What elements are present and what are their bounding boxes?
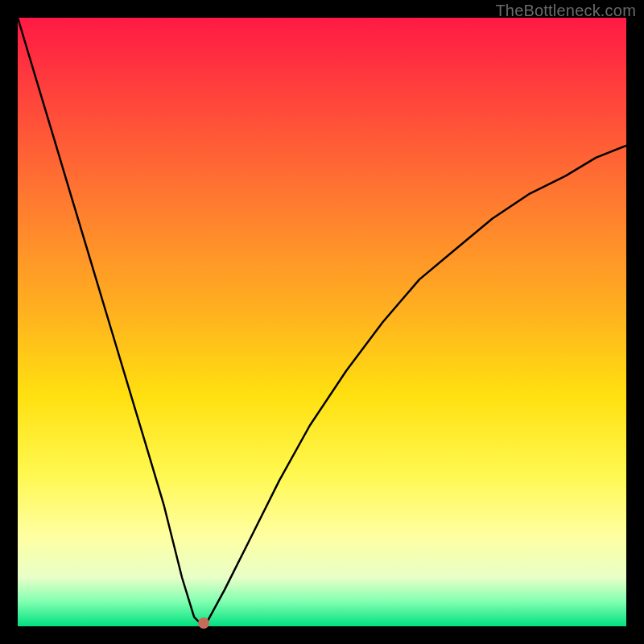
plot-area	[18, 18, 626, 626]
chart-frame: TheBottleneck.com	[0, 0, 644, 644]
optimum-marker	[198, 617, 209, 629]
bottleneck-curve	[18, 18, 626, 626]
watermark-text: TheBottleneck.com	[495, 2, 636, 20]
